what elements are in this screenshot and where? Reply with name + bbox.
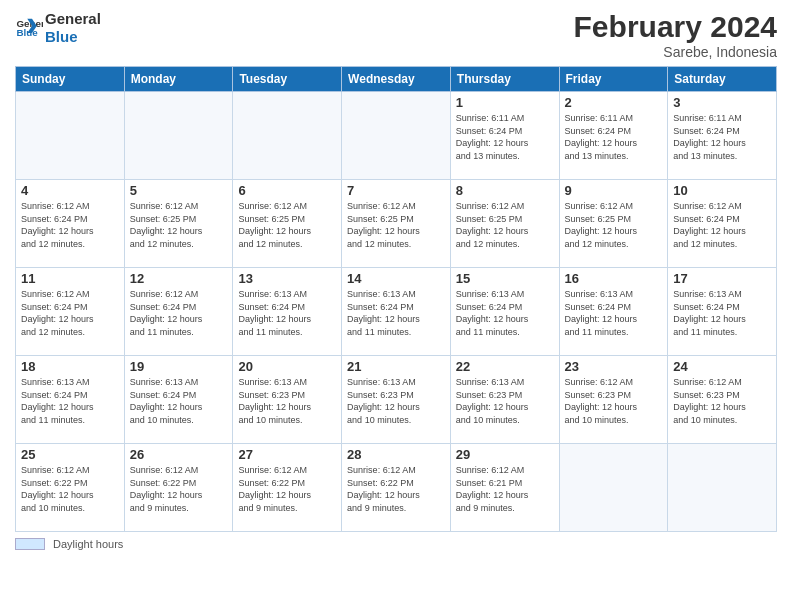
calendar-cell: 6Sunrise: 6:12 AM Sunset: 6:25 PM Daylig… — [233, 180, 342, 268]
calendar-cell: 7Sunrise: 6:12 AM Sunset: 6:25 PM Daylig… — [342, 180, 451, 268]
day-number: 5 — [130, 183, 228, 198]
calendar-cell: 26Sunrise: 6:12 AM Sunset: 6:22 PM Dayli… — [124, 444, 233, 532]
day-number: 11 — [21, 271, 119, 286]
calendar-cell: 4Sunrise: 6:12 AM Sunset: 6:24 PM Daylig… — [16, 180, 125, 268]
day-info: Sunrise: 6:13 AM Sunset: 6:24 PM Dayligh… — [565, 288, 663, 338]
footer: Daylight hours — [15, 538, 777, 550]
day-number: 3 — [673, 95, 771, 110]
day-number: 13 — [238, 271, 336, 286]
weekday-header-thursday: Thursday — [450, 67, 559, 92]
day-number: 20 — [238, 359, 336, 374]
calendar-cell: 1Sunrise: 6:11 AM Sunset: 6:24 PM Daylig… — [450, 92, 559, 180]
calendar-cell: 25Sunrise: 6:12 AM Sunset: 6:22 PM Dayli… — [16, 444, 125, 532]
calendar-cell: 14Sunrise: 6:13 AM Sunset: 6:24 PM Dayli… — [342, 268, 451, 356]
day-number: 19 — [130, 359, 228, 374]
day-info: Sunrise: 6:13 AM Sunset: 6:23 PM Dayligh… — [238, 376, 336, 426]
calendar-cell — [233, 92, 342, 180]
day-number: 25 — [21, 447, 119, 462]
calendar-cell — [124, 92, 233, 180]
calendar-week-0: 1Sunrise: 6:11 AM Sunset: 6:24 PM Daylig… — [16, 92, 777, 180]
day-info: Sunrise: 6:12 AM Sunset: 6:25 PM Dayligh… — [347, 200, 445, 250]
calendar-cell: 9Sunrise: 6:12 AM Sunset: 6:25 PM Daylig… — [559, 180, 668, 268]
weekday-header-wednesday: Wednesday — [342, 67, 451, 92]
day-info: Sunrise: 6:13 AM Sunset: 6:24 PM Dayligh… — [130, 376, 228, 426]
calendar-cell: 10Sunrise: 6:12 AM Sunset: 6:24 PM Dayli… — [668, 180, 777, 268]
day-info: Sunrise: 6:12 AM Sunset: 6:23 PM Dayligh… — [565, 376, 663, 426]
day-number: 12 — [130, 271, 228, 286]
calendar-table: SundayMondayTuesdayWednesdayThursdayFrid… — [15, 66, 777, 532]
calendar-cell: 28Sunrise: 6:12 AM Sunset: 6:22 PM Dayli… — [342, 444, 451, 532]
logo: General Blue General Blue — [15, 10, 101, 46]
day-info: Sunrise: 6:12 AM Sunset: 6:25 PM Dayligh… — [238, 200, 336, 250]
day-number: 6 — [238, 183, 336, 198]
calendar-cell: 2Sunrise: 6:11 AM Sunset: 6:24 PM Daylig… — [559, 92, 668, 180]
day-info: Sunrise: 6:13 AM Sunset: 6:24 PM Dayligh… — [347, 288, 445, 338]
weekday-header-saturday: Saturday — [668, 67, 777, 92]
day-info: Sunrise: 6:13 AM Sunset: 6:24 PM Dayligh… — [21, 376, 119, 426]
calendar-cell: 12Sunrise: 6:12 AM Sunset: 6:24 PM Dayli… — [124, 268, 233, 356]
day-info: Sunrise: 6:12 AM Sunset: 6:24 PM Dayligh… — [21, 288, 119, 338]
calendar-week-4: 25Sunrise: 6:12 AM Sunset: 6:22 PM Dayli… — [16, 444, 777, 532]
calendar-cell — [668, 444, 777, 532]
day-info: Sunrise: 6:12 AM Sunset: 6:25 PM Dayligh… — [565, 200, 663, 250]
calendar-cell: 15Sunrise: 6:13 AM Sunset: 6:24 PM Dayli… — [450, 268, 559, 356]
day-info: Sunrise: 6:13 AM Sunset: 6:23 PM Dayligh… — [456, 376, 554, 426]
day-info: Sunrise: 6:12 AM Sunset: 6:22 PM Dayligh… — [130, 464, 228, 514]
day-number: 8 — [456, 183, 554, 198]
calendar-cell: 16Sunrise: 6:13 AM Sunset: 6:24 PM Dayli… — [559, 268, 668, 356]
day-number: 27 — [238, 447, 336, 462]
day-number: 24 — [673, 359, 771, 374]
weekday-header-sunday: Sunday — [16, 67, 125, 92]
calendar-cell: 19Sunrise: 6:13 AM Sunset: 6:24 PM Dayli… — [124, 356, 233, 444]
day-number: 9 — [565, 183, 663, 198]
calendar-week-1: 4Sunrise: 6:12 AM Sunset: 6:24 PM Daylig… — [16, 180, 777, 268]
calendar-cell: 11Sunrise: 6:12 AM Sunset: 6:24 PM Dayli… — [16, 268, 125, 356]
day-info: Sunrise: 6:12 AM Sunset: 6:24 PM Dayligh… — [673, 200, 771, 250]
logo-blue: Blue — [45, 28, 101, 46]
day-info: Sunrise: 6:11 AM Sunset: 6:24 PM Dayligh… — [565, 112, 663, 162]
calendar-cell: 20Sunrise: 6:13 AM Sunset: 6:23 PM Dayli… — [233, 356, 342, 444]
day-info: Sunrise: 6:12 AM Sunset: 6:22 PM Dayligh… — [21, 464, 119, 514]
day-info: Sunrise: 6:11 AM Sunset: 6:24 PM Dayligh… — [456, 112, 554, 162]
calendar-cell — [559, 444, 668, 532]
day-number: 26 — [130, 447, 228, 462]
day-number: 10 — [673, 183, 771, 198]
calendar-week-3: 18Sunrise: 6:13 AM Sunset: 6:24 PM Dayli… — [16, 356, 777, 444]
day-number: 2 — [565, 95, 663, 110]
day-number: 18 — [21, 359, 119, 374]
day-number: 17 — [673, 271, 771, 286]
calendar-cell: 3Sunrise: 6:11 AM Sunset: 6:24 PM Daylig… — [668, 92, 777, 180]
day-info: Sunrise: 6:12 AM Sunset: 6:21 PM Dayligh… — [456, 464, 554, 514]
month-title: February 2024 — [574, 10, 777, 44]
calendar-cell: 18Sunrise: 6:13 AM Sunset: 6:24 PM Dayli… — [16, 356, 125, 444]
header: General Blue General Blue February 2024 … — [15, 10, 777, 60]
day-info: Sunrise: 6:12 AM Sunset: 6:22 PM Dayligh… — [347, 464, 445, 514]
day-info: Sunrise: 6:12 AM Sunset: 6:24 PM Dayligh… — [130, 288, 228, 338]
page-container: General Blue General Blue February 2024 … — [0, 0, 792, 612]
calendar-cell — [342, 92, 451, 180]
subtitle: Sarebe, Indonesia — [574, 44, 777, 60]
legend-box — [15, 538, 45, 550]
day-number: 23 — [565, 359, 663, 374]
day-info: Sunrise: 6:12 AM Sunset: 6:25 PM Dayligh… — [456, 200, 554, 250]
svg-text:Blue: Blue — [16, 27, 38, 38]
day-number: 29 — [456, 447, 554, 462]
day-info: Sunrise: 6:13 AM Sunset: 6:23 PM Dayligh… — [347, 376, 445, 426]
legend-label: Daylight hours — [53, 538, 123, 550]
day-info: Sunrise: 6:13 AM Sunset: 6:24 PM Dayligh… — [673, 288, 771, 338]
day-number: 4 — [21, 183, 119, 198]
weekday-header-tuesday: Tuesday — [233, 67, 342, 92]
calendar-cell: 21Sunrise: 6:13 AM Sunset: 6:23 PM Dayli… — [342, 356, 451, 444]
day-number: 14 — [347, 271, 445, 286]
day-info: Sunrise: 6:12 AM Sunset: 6:24 PM Dayligh… — [21, 200, 119, 250]
day-info: Sunrise: 6:13 AM Sunset: 6:24 PM Dayligh… — [456, 288, 554, 338]
calendar-cell — [16, 92, 125, 180]
day-info: Sunrise: 6:12 AM Sunset: 6:23 PM Dayligh… — [673, 376, 771, 426]
day-info: Sunrise: 6:12 AM Sunset: 6:22 PM Dayligh… — [238, 464, 336, 514]
calendar-cell: 13Sunrise: 6:13 AM Sunset: 6:24 PM Dayli… — [233, 268, 342, 356]
logo-general: General — [45, 10, 101, 28]
day-info: Sunrise: 6:12 AM Sunset: 6:25 PM Dayligh… — [130, 200, 228, 250]
title-block: February 2024 Sarebe, Indonesia — [574, 10, 777, 60]
day-number: 28 — [347, 447, 445, 462]
logo-icon: General Blue — [15, 14, 43, 42]
